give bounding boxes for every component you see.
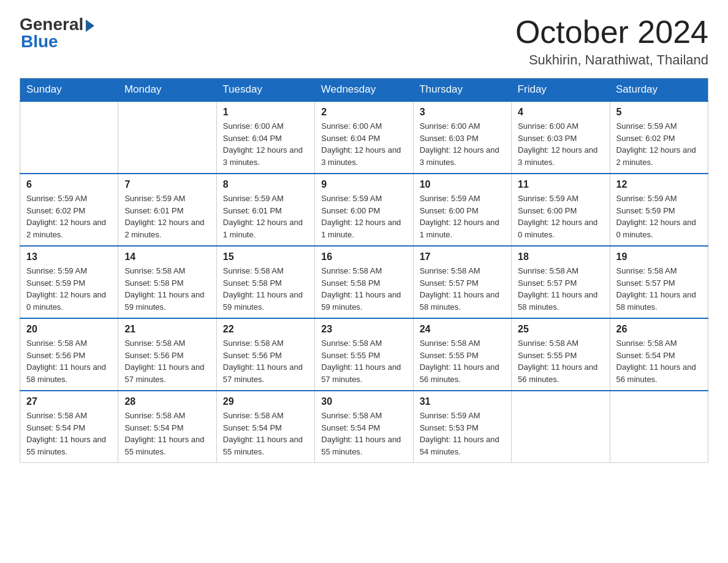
calendar-header-thursday: Thursday [413, 79, 511, 102]
calendar-cell: 4Sunrise: 6:00 AM Sunset: 6:03 PM Daylig… [512, 101, 610, 174]
calendar-cell: 10Sunrise: 5:59 AM Sunset: 6:00 PM Dayli… [413, 174, 511, 246]
day-number: 14 [124, 251, 210, 262]
day-number: 3 [420, 107, 505, 118]
day-number: 30 [321, 396, 406, 407]
day-number: 20 [26, 324, 112, 335]
month-title: October 2024 [515, 15, 708, 50]
calendar-cell [20, 101, 118, 174]
day-info: Sunrise: 5:59 AM Sunset: 6:00 PM Dayligh… [420, 193, 505, 240]
day-info: Sunrise: 6:00 AM Sunset: 6:04 PM Dayligh… [223, 120, 308, 168]
calendar-cell [118, 101, 216, 174]
calendar-week-4: 20Sunrise: 5:58 AM Sunset: 5:56 PM Dayli… [20, 318, 708, 391]
calendar-cell: 18Sunrise: 5:58 AM Sunset: 5:57 PM Dayli… [512, 246, 610, 318]
day-number: 18 [518, 251, 603, 262]
calendar-cell: 5Sunrise: 5:59 AM Sunset: 6:02 PM Daylig… [610, 101, 708, 174]
calendar-cell: 20Sunrise: 5:58 AM Sunset: 5:56 PM Dayli… [20, 318, 118, 391]
calendar-header-saturday: Saturday [610, 79, 708, 102]
day-number: 27 [26, 396, 112, 407]
calendar-cell: 31Sunrise: 5:59 AM Sunset: 5:53 PM Dayli… [413, 391, 511, 463]
day-number: 16 [321, 251, 406, 262]
day-info: Sunrise: 6:00 AM Sunset: 6:04 PM Dayligh… [321, 120, 406, 168]
day-number: 7 [124, 179, 210, 190]
day-info: Sunrise: 5:58 AM Sunset: 5:58 PM Dayligh… [223, 265, 308, 313]
calendar-cell: 29Sunrise: 5:58 AM Sunset: 5:54 PM Dayli… [216, 391, 314, 463]
calendar-cell: 19Sunrise: 5:58 AM Sunset: 5:57 PM Dayli… [610, 246, 708, 318]
calendar-cell: 25Sunrise: 5:58 AM Sunset: 5:55 PM Dayli… [512, 318, 610, 391]
day-info: Sunrise: 5:59 AM Sunset: 6:02 PM Dayligh… [26, 193, 112, 240]
day-number: 12 [616, 179, 702, 190]
day-info: Sunrise: 5:59 AM Sunset: 6:00 PM Dayligh… [518, 193, 603, 240]
day-number: 19 [616, 251, 702, 262]
calendar-cell: 11Sunrise: 5:59 AM Sunset: 6:00 PM Dayli… [512, 174, 610, 246]
day-number: 8 [223, 179, 308, 190]
day-number: 15 [223, 251, 308, 262]
day-info: Sunrise: 5:58 AM Sunset: 5:57 PM Dayligh… [420, 265, 505, 313]
day-info: Sunrise: 5:59 AM Sunset: 5:59 PM Dayligh… [616, 193, 702, 240]
calendar-cell: 30Sunrise: 5:58 AM Sunset: 5:54 PM Dayli… [315, 391, 413, 463]
calendar-header-tuesday: Tuesday [216, 79, 314, 102]
calendar-header-friday: Friday [512, 79, 610, 102]
calendar-cell: 1Sunrise: 6:00 AM Sunset: 6:04 PM Daylig… [216, 101, 314, 174]
calendar-cell: 23Sunrise: 5:58 AM Sunset: 5:55 PM Dayli… [315, 318, 413, 391]
day-number: 24 [420, 324, 505, 335]
calendar-header-wednesday: Wednesday [315, 79, 413, 102]
day-number: 6 [26, 179, 112, 190]
day-number: 23 [321, 324, 406, 335]
calendar-cell: 2Sunrise: 6:00 AM Sunset: 6:04 PM Daylig… [315, 101, 413, 174]
day-info: Sunrise: 5:58 AM Sunset: 5:54 PM Dayligh… [321, 410, 406, 458]
calendar-cell: 6Sunrise: 5:59 AM Sunset: 6:02 PM Daylig… [20, 174, 118, 246]
day-number: 13 [26, 251, 112, 262]
day-number: 26 [616, 324, 702, 335]
day-info: Sunrise: 5:58 AM Sunset: 5:55 PM Dayligh… [518, 337, 603, 385]
day-number: 4 [518, 107, 603, 118]
title-section: October 2024 Sukhirin, Narathiwat, Thail… [515, 15, 708, 68]
day-info: Sunrise: 5:59 AM Sunset: 5:53 PM Dayligh… [420, 410, 505, 458]
calendar-cell: 7Sunrise: 5:59 AM Sunset: 6:01 PM Daylig… [118, 174, 216, 246]
day-number: 1 [223, 107, 308, 118]
calendar-cell: 16Sunrise: 5:58 AM Sunset: 5:58 PM Dayli… [315, 246, 413, 318]
calendar-header-monday: Monday [118, 79, 216, 102]
calendar-cell [512, 391, 610, 463]
day-info: Sunrise: 5:58 AM Sunset: 5:54 PM Dayligh… [223, 410, 308, 458]
day-info: Sunrise: 5:58 AM Sunset: 5:55 PM Dayligh… [321, 337, 406, 385]
calendar-cell: 3Sunrise: 6:00 AM Sunset: 6:03 PM Daylig… [413, 101, 511, 174]
day-number: 21 [124, 324, 210, 335]
day-info: Sunrise: 5:58 AM Sunset: 5:56 PM Dayligh… [223, 337, 308, 385]
day-number: 9 [321, 179, 406, 190]
day-info: Sunrise: 5:58 AM Sunset: 5:58 PM Dayligh… [124, 265, 210, 313]
calendar-week-2: 6Sunrise: 5:59 AM Sunset: 6:02 PM Daylig… [20, 174, 708, 246]
day-number: 28 [124, 396, 210, 407]
day-info: Sunrise: 5:58 AM Sunset: 5:56 PM Dayligh… [124, 337, 210, 385]
day-number: 25 [518, 324, 603, 335]
calendar-header-sunday: Sunday [20, 79, 118, 102]
day-info: Sunrise: 5:59 AM Sunset: 5:59 PM Dayligh… [26, 265, 112, 313]
day-number: 17 [420, 251, 505, 262]
day-info: Sunrise: 5:59 AM Sunset: 6:00 PM Dayligh… [321, 193, 406, 240]
calendar-cell: 24Sunrise: 5:58 AM Sunset: 5:55 PM Dayli… [413, 318, 511, 391]
day-info: Sunrise: 6:00 AM Sunset: 6:03 PM Dayligh… [420, 120, 505, 168]
calendar-table: SundayMondayTuesdayWednesdayThursdayFrid… [20, 78, 708, 463]
day-number: 2 [321, 107, 406, 118]
calendar-cell: 28Sunrise: 5:58 AM Sunset: 5:54 PM Dayli… [118, 391, 216, 463]
day-info: Sunrise: 5:58 AM Sunset: 5:54 PM Dayligh… [26, 410, 112, 458]
day-number: 31 [420, 396, 505, 407]
day-info: Sunrise: 5:58 AM Sunset: 5:57 PM Dayligh… [518, 265, 603, 313]
calendar-cell [610, 391, 708, 463]
day-info: Sunrise: 5:58 AM Sunset: 5:54 PM Dayligh… [616, 337, 702, 385]
page-header: General Blue October 2024 Sukhirin, Nara… [20, 15, 708, 68]
day-number: 29 [223, 396, 308, 407]
calendar-week-3: 13Sunrise: 5:59 AM Sunset: 5:59 PM Dayli… [20, 246, 708, 318]
day-info: Sunrise: 5:58 AM Sunset: 5:55 PM Dayligh… [420, 337, 505, 385]
logo-blue-text: Blue [20, 32, 58, 52]
calendar-cell: 21Sunrise: 5:58 AM Sunset: 5:56 PM Dayli… [118, 318, 216, 391]
calendar-cell: 27Sunrise: 5:58 AM Sunset: 5:54 PM Dayli… [20, 391, 118, 463]
day-number: 10 [420, 179, 505, 190]
calendar-cell: 22Sunrise: 5:58 AM Sunset: 5:56 PM Dayli… [216, 318, 314, 391]
logo-arrow-icon [86, 20, 94, 32]
calendar-cell: 17Sunrise: 5:58 AM Sunset: 5:57 PM Dayli… [413, 246, 511, 318]
logo: General Blue [20, 15, 94, 52]
day-info: Sunrise: 5:59 AM Sunset: 6:02 PM Dayligh… [616, 120, 702, 168]
day-info: Sunrise: 5:58 AM Sunset: 5:58 PM Dayligh… [321, 265, 406, 313]
calendar-week-1: 1Sunrise: 6:00 AM Sunset: 6:04 PM Daylig… [20, 101, 708, 174]
calendar-cell: 15Sunrise: 5:58 AM Sunset: 5:58 PM Dayli… [216, 246, 314, 318]
